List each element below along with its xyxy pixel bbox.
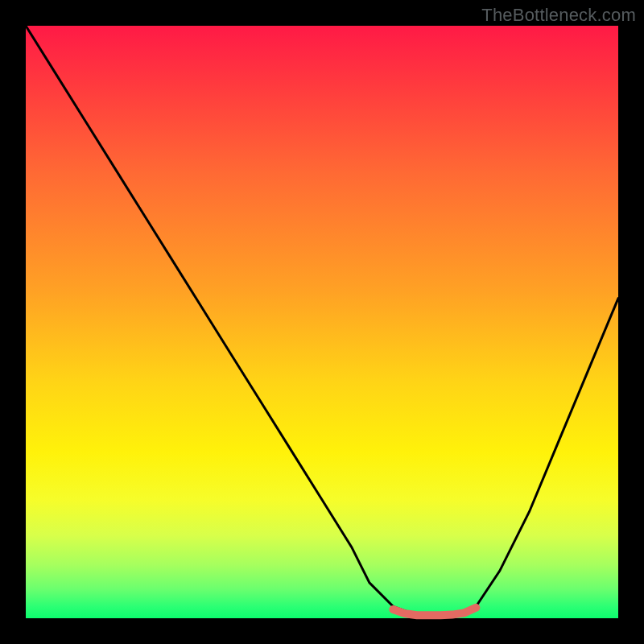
optimal-zone-marker — [393, 608, 476, 616]
chart-frame: TheBottleneck.com — [0, 0, 644, 644]
bottleneck-curve — [26, 26, 618, 615]
watermark-text: TheBottleneck.com — [481, 5, 636, 26]
plot-area — [26, 26, 618, 618]
curve-layer — [26, 26, 618, 618]
